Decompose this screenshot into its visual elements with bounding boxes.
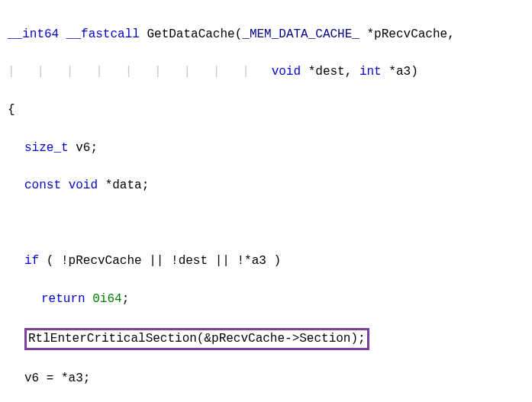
code-line: RtlEnterCriticalSection(&pRecvCache->Sec… xyxy=(8,328,524,350)
code-line: { xyxy=(8,101,524,120)
semi: ; xyxy=(122,292,130,306)
semi: ; xyxy=(90,141,98,155)
code-line: | | | | | | | | | void *dest, int *a3) xyxy=(8,63,524,82)
param-name: *dest xyxy=(308,65,345,79)
code-line: v6 = *a3; xyxy=(8,369,524,388)
return-type: __int64 xyxy=(8,27,59,41)
param-name: *pRecvCache xyxy=(367,27,448,41)
semi: ; xyxy=(142,178,150,192)
code-line: const void *data; xyxy=(8,176,524,195)
highlight-box: RtlEnterCriticalSection(&pRecvCache->Sec… xyxy=(24,328,369,350)
param-type: void xyxy=(272,65,301,79)
code-line: __int64 __fastcall GetDataCache(_MEM_DAT… xyxy=(8,25,524,44)
fn-call: RtlEnterCriticalSection(&pRecvCache->Sec… xyxy=(28,332,366,346)
var-name: v6 xyxy=(76,141,90,155)
calling-convention: __fastcall xyxy=(66,27,140,41)
var-name: *data xyxy=(105,178,142,192)
param-type: int xyxy=(360,65,382,79)
kw-void: void xyxy=(69,178,98,192)
open-brace: { xyxy=(8,103,15,117)
if-condition: ( !pRecvCache || !dest || !*a3 ) xyxy=(39,254,281,268)
param-type: _MEM_DATA_CACHE_ xyxy=(242,27,360,41)
kw-return: return xyxy=(41,292,85,306)
statement: v6 = *a3; xyxy=(24,371,90,385)
param-name: *a3 xyxy=(389,65,411,79)
type-kw: size_t xyxy=(24,141,69,155)
code-block: __int64 __fastcall GetDataCache(_MEM_DAT… xyxy=(8,6,524,402)
code-line: return 0i64; xyxy=(8,290,524,309)
function-name: GetDataCache xyxy=(147,27,234,41)
kw-if: if xyxy=(24,254,39,268)
literal: 0i64 xyxy=(92,292,121,306)
code-line: size_t v6; xyxy=(8,139,524,158)
code-line: if ( !pRecvCache || !dest || !*a3 ) xyxy=(8,252,524,271)
blank-line xyxy=(8,214,524,233)
align-pipes: | | | | | | | | | xyxy=(8,65,272,79)
kw-const: const xyxy=(24,178,61,192)
